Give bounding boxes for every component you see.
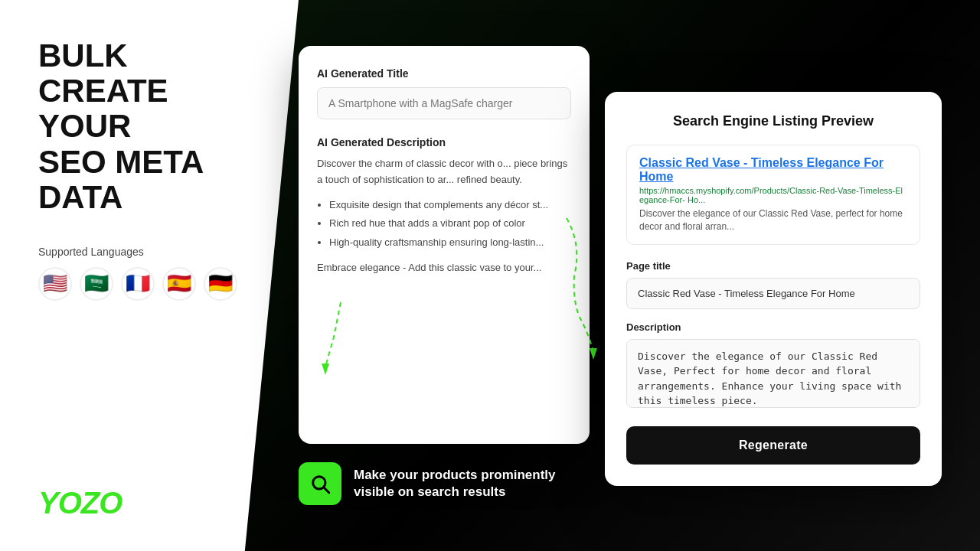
search-icon-box [299, 462, 341, 505]
flag-fr: 🇫🇷 [121, 267, 155, 301]
ai-desc-cta: Embrace elegance - Add this classic vase… [317, 260, 571, 276]
seo-preview-card: Search Engine Listing Preview Classic Re… [605, 92, 942, 486]
page-title-label: Page title [626, 260, 920, 272]
main-headline: BULK CREATE YOUR SEO META DATA [38, 38, 268, 215]
promo-text: Make your products prominently visible o… [354, 467, 559, 500]
promo-box: Make your products prominently visible o… [299, 462, 559, 505]
page-title-input[interactable] [626, 278, 920, 309]
brand-logo: YOZO [38, 486, 268, 520]
supported-languages-label: Supported Languages [38, 246, 268, 258]
search-icon [309, 473, 331, 494]
ai-desc-content: Discover the charm of classic decor with… [317, 156, 571, 276]
flag-us: 🇺🇸 [38, 267, 72, 301]
flags-row: 🇺🇸 🇸🇦 🇫🇷 🇪🇸 🇩🇪 [38, 267, 268, 301]
ai-desc-bullet-2: Rich red hue that adds a vibrant pop of … [329, 216, 571, 232]
ai-desc-label: AI Generated Description [317, 136, 571, 148]
description-textarea[interactable]: Discover the elegance of our Classic Red… [626, 339, 920, 408]
ai-desc-bullet-3: High-quality craftsmanship ensuring long… [329, 235, 571, 251]
seo-card-title: Search Engine Listing Preview [626, 113, 920, 129]
google-snippet: Classic Red Vase - Timeless Elegance For… [626, 145, 920, 245]
ai-desc-bullets: Exquisite design that complements any dé… [317, 197, 571, 251]
flag-sa: 🇸🇦 [80, 267, 113, 301]
snippet-description: Discover the elegance of our Classic Red… [639, 207, 907, 233]
snippet-link-title: Classic Red Vase - Timeless Elegance For… [639, 156, 907, 184]
flag-es: 🇪🇸 [162, 267, 196, 301]
ai-generated-card: AI Generated Title AI Generated Descript… [299, 46, 590, 444]
ai-title-input[interactable] [317, 87, 571, 119]
ai-desc-bullet-1: Exquisite design that complements any dé… [329, 197, 571, 214]
regenerate-button[interactable]: Regenerate [626, 426, 920, 465]
svg-line-1 [324, 487, 328, 492]
description-label: Description [626, 321, 920, 333]
snippet-url: https://hmaccs.myshopify.com/Products/Cl… [639, 186, 907, 204]
ai-title-label: AI Generated Title [317, 67, 571, 80]
ai-desc-intro: Discover the charm of classic decor with… [317, 156, 571, 188]
flag-de: 🇩🇪 [204, 267, 237, 301]
